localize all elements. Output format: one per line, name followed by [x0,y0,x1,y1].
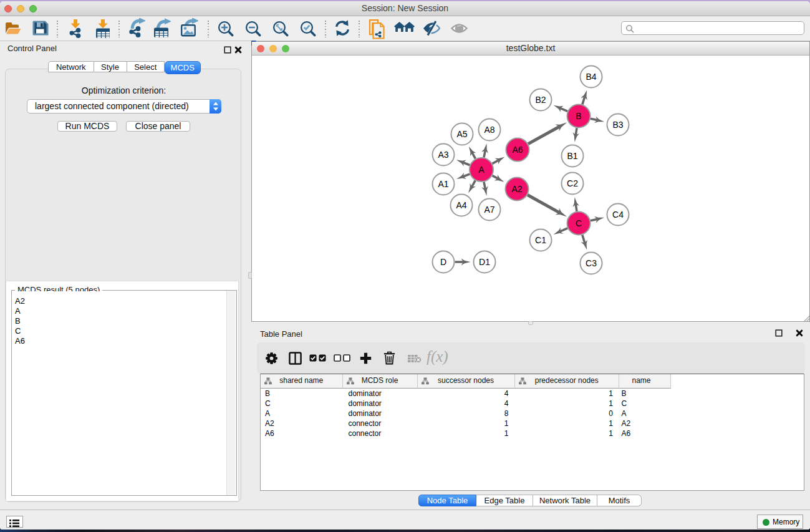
svg-text:C3: C3 [586,258,597,268]
svg-text:A6: A6 [512,145,523,155]
svg-text:B: B [576,111,581,121]
svg-text:C: C [576,218,582,228]
svg-text:D1: D1 [479,257,490,267]
svg-text:A8: A8 [484,125,494,135]
svg-text:B3: B3 [612,120,623,130]
svg-text:A5: A5 [456,129,467,139]
svg-text:B1: B1 [567,151,577,161]
svg-text:A4: A4 [456,200,466,210]
svg-text:B4: B4 [586,72,596,82]
svg-text:B2: B2 [535,95,546,105]
svg-text:A3: A3 [438,150,448,160]
svg-text:A1: A1 [438,179,448,189]
svg-text:C2: C2 [567,178,578,188]
svg-text:D: D [440,257,446,267]
svg-text:A: A [478,165,485,175]
svg-text:A2: A2 [511,184,522,194]
svg-text:C1: C1 [535,235,546,245]
svg-text:C4: C4 [612,210,624,220]
svg-text:A7: A7 [484,205,494,215]
